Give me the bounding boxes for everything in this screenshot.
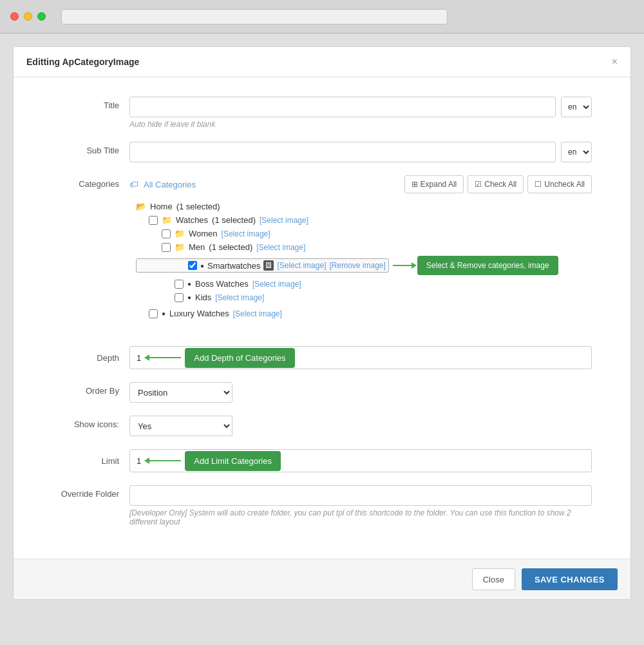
select-image-boss-watches[interactable]: [Select image] xyxy=(252,280,301,289)
modal-body: Title en Auto hide if leave it blank Sub… xyxy=(14,77,630,559)
depth-tooltip-group: Add Depth of Categories xyxy=(149,348,294,368)
categories-content: 🏷 All Categories ⊞ Expand All ☑ Check Al… xyxy=(129,175,592,320)
override-folder-label: Override Folder xyxy=(52,485,129,499)
subtitle-content: en xyxy=(129,142,592,162)
tree-item-watches: 📁 Watches (1 selected) [Select image] xyxy=(136,213,592,227)
tag-icon: 🏷 xyxy=(129,179,138,189)
remove-image-smartwatches[interactable]: [Remove image] xyxy=(329,261,385,270)
show-icons-label: Show icons: xyxy=(52,416,129,429)
item-name-watches: Watches xyxy=(176,215,208,225)
category-tree: 📂 Home (1 selected) 📁 Watches (1 selecte… xyxy=(129,200,592,320)
subtitle-input[interactable] xyxy=(129,142,556,162)
selected-count-watches: (1 selected) xyxy=(212,215,256,225)
checkbox-watches[interactable] xyxy=(149,216,158,225)
depth-tooltip: Add Depth of Categories xyxy=(185,348,294,368)
bullet-luxury-watches: ● xyxy=(162,310,166,317)
subtitle-input-group: en xyxy=(129,142,592,162)
override-folder-input[interactable] xyxy=(129,485,592,506)
depth-row: Depth 1 Add Depth of Categories xyxy=(52,346,592,369)
tree-item-home: 📂 Home (1 selected) xyxy=(136,200,592,213)
checkbox-kids[interactable] xyxy=(175,293,184,302)
checkbox-luxury-watches[interactable] xyxy=(149,309,158,318)
select-image-smartwatches[interactable]: [Select image] xyxy=(277,261,326,270)
modal-close-button[interactable]: × xyxy=(612,56,618,68)
expand-icon: ⊞ xyxy=(412,180,418,189)
checkbox-women[interactable] xyxy=(162,229,171,238)
save-changes-button[interactable]: SAVE CHANGES xyxy=(522,568,618,590)
item-name-smartwatches: Smartwatches xyxy=(207,261,260,271)
item-name-boss-watches: Boss Watches xyxy=(195,279,249,289)
tree-item-smartwatches: ● Smartwatches 🖼 [Select image] [Remove … xyxy=(136,258,389,273)
checkbox-smartwatches[interactable] xyxy=(188,261,197,270)
depth-input-wrapper: 1 Add Depth of Categories xyxy=(129,346,592,369)
override-folder-content: [Developer Only] System will auto create… xyxy=(129,485,592,526)
tree-item-boss-watches: ● Boss Watches [Select image] xyxy=(136,277,592,291)
title-bar xyxy=(0,0,644,34)
limit-input-wrapper: 1 Add Limit Categories xyxy=(129,449,592,472)
expand-all-button[interactable]: ⊞ Expand All xyxy=(404,175,464,193)
categories-left: 🏷 All Categories xyxy=(129,179,196,189)
limit-arrow-head xyxy=(144,457,149,464)
item-name-luxury-watches: Luxury Watches xyxy=(169,309,229,318)
tree-item-smartwatches-row: ● Smartwatches 🖼 [Select image] [Remove … xyxy=(136,254,592,277)
modal-title: Editting ApCategoryImage xyxy=(26,57,139,67)
bullet-smartwatches: ● xyxy=(200,262,204,269)
select-image-women[interactable]: [Select image] xyxy=(222,229,270,238)
limit-tooltip-group: Add Limit Categories xyxy=(149,451,281,471)
show-icons-row: Show icons: Yes No xyxy=(52,416,592,436)
close-button[interactable]: Close xyxy=(472,568,515,590)
title-lang-select[interactable]: en xyxy=(561,97,592,117)
select-image-luxury-watches[interactable]: [Select image] xyxy=(233,309,282,318)
show-icons-select[interactable]: Yes No xyxy=(129,416,232,436)
tree-item-kids: ● Kids [Select image] xyxy=(136,291,592,304)
close-dot[interactable] xyxy=(10,12,19,21)
select-image-men[interactable]: [Select image] xyxy=(256,243,305,252)
maximize-dot[interactable] xyxy=(37,12,46,21)
uncheck-icon: ☐ xyxy=(535,180,542,189)
checkbox-men[interactable] xyxy=(162,243,171,252)
uncheck-all-label: Uncheck All xyxy=(544,180,585,189)
developer-hint: [Developer Only] System will auto create… xyxy=(129,508,592,526)
bullet-kids: ● xyxy=(187,294,191,301)
limit-value: 1 xyxy=(137,456,141,466)
tree-item-women: 📁 Women [Select image] xyxy=(136,227,592,240)
folder-icon-men: 📁 xyxy=(175,242,185,252)
item-name-men: Men xyxy=(189,242,205,252)
depth-label: Depth xyxy=(52,353,129,363)
title-input[interactable] xyxy=(129,97,556,117)
address-bar xyxy=(61,9,448,24)
all-categories-link[interactable]: All Categories xyxy=(144,180,196,189)
check-all-button[interactable]: ☑ Check All xyxy=(468,175,524,193)
limit-tooltip: Add Limit Categories xyxy=(185,451,281,471)
checkbox-boss-watches[interactable] xyxy=(175,280,184,289)
limit-row: Limit 1 Add Limit Categories xyxy=(52,449,592,472)
subtitle-lang-select[interactable]: en xyxy=(561,142,592,162)
depth-arrow-head xyxy=(144,354,149,361)
modal-footer: Close SAVE CHANGES xyxy=(14,559,630,599)
title-hint: Auto hide if leave it blank xyxy=(129,120,592,129)
subtitle-label: Sub Title xyxy=(52,142,129,155)
categories-header: 🏷 All Categories ⊞ Expand All ☑ Check Al… xyxy=(129,175,592,193)
expand-all-label: Expand All xyxy=(421,180,457,189)
title-label: Title xyxy=(52,97,129,110)
order-by-content: Position Name ID xyxy=(129,382,592,403)
order-by-select[interactable]: Position Name ID xyxy=(129,382,232,403)
order-by-row: Order By Position Name ID xyxy=(52,382,592,403)
select-image-kids[interactable]: [Select image] xyxy=(215,293,264,302)
folder-icon-women: 📁 xyxy=(175,229,185,238)
categories-label: Categories xyxy=(52,175,129,189)
order-by-label: Order By xyxy=(52,382,129,396)
check-all-label: Check All xyxy=(484,180,516,189)
title-input-group: en xyxy=(129,97,592,117)
uncheck-all-button[interactable]: ☐ Uncheck All xyxy=(527,175,592,193)
categories-buttons: ⊞ Expand All ☑ Check All ☐ Uncheck All xyxy=(404,175,592,193)
item-name-kids: Kids xyxy=(195,293,211,302)
select-image-watches[interactable]: [Select image] xyxy=(260,216,308,225)
smartwatches-tooltip: Select & Remove categories, image xyxy=(417,256,558,275)
main-container: Editting ApCategoryImage × Title en Auto… xyxy=(13,46,631,600)
modal-header: Editting ApCategoryImage × xyxy=(14,47,630,77)
minimize-dot[interactable] xyxy=(24,12,32,21)
check-icon: ☑ xyxy=(475,180,482,189)
limit-label: Limit xyxy=(52,456,129,466)
item-name-home: Home xyxy=(150,202,173,211)
